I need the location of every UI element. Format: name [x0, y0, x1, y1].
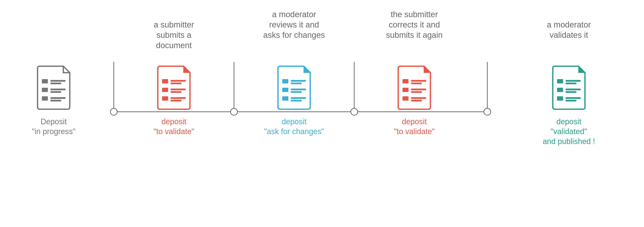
svg-rect-37	[566, 80, 581, 82]
step5-top-label: a moderator	[547, 20, 591, 29]
svg-rect-38	[566, 83, 576, 84]
flow-diagram: .svg-text { font-family: Arial, sans-ser…	[11, 0, 633, 226]
svg-rect-26	[291, 100, 302, 101]
svg-rect-19	[291, 80, 306, 82]
step3-bottom-label: deposit	[282, 117, 306, 126]
step5-bottom-label2: "validated"	[550, 127, 587, 136]
svg-rect-6	[42, 96, 48, 101]
svg-rect-14	[171, 91, 182, 93]
step5-top-label2: validates it	[550, 31, 588, 40]
svg-rect-11	[171, 83, 182, 84]
svg-rect-30	[402, 88, 408, 92]
svg-rect-42	[557, 96, 563, 101]
diagram-container: .svg-text { font-family: Arial, sans-ser…	[0, 0, 644, 227]
svg-rect-35	[411, 100, 422, 101]
svg-rect-20	[291, 83, 302, 84]
step2-top-label: a submitter	[154, 20, 194, 29]
step4-bottom-label2: "to validate"	[394, 127, 435, 136]
doc5-icon	[553, 66, 585, 109]
svg-rect-22	[291, 89, 306, 90]
svg-rect-4	[50, 89, 66, 90]
step4-bottom-label: deposit	[402, 117, 427, 126]
step1-bottom-label: Deposit	[40, 117, 67, 126]
doc3-icon	[278, 66, 310, 109]
svg-rect-10	[171, 80, 186, 82]
step5-bottom-label3: and published !	[543, 137, 595, 146]
step3-top-label: a moderator	[272, 10, 316, 19]
svg-rect-29	[411, 83, 422, 84]
step4-top-label: the submitter	[391, 10, 438, 19]
step1-bottom-label2: "in progress"	[32, 127, 76, 136]
svg-rect-7	[50, 97, 66, 99]
step2-top-label3: document	[156, 41, 192, 50]
svg-rect-40	[566, 89, 581, 90]
step4-top-label3: submits it again	[386, 31, 443, 40]
connector4-circle	[484, 108, 491, 115]
svg-rect-9	[162, 79, 168, 83]
step2-bottom-label2: "to validate"	[154, 127, 194, 136]
svg-rect-17	[171, 100, 182, 101]
step4-top-label2: corrects it and	[389, 20, 440, 29]
svg-rect-41	[566, 91, 576, 93]
connector1-circle	[110, 108, 117, 115]
svg-rect-32	[411, 91, 422, 93]
doc1-icon	[38, 66, 70, 109]
svg-rect-8	[50, 100, 61, 101]
svg-rect-25	[291, 97, 306, 99]
svg-rect-13	[171, 89, 186, 90]
step3-bottom-label2: "ask for changes"	[264, 127, 324, 136]
doc4-icon	[398, 66, 430, 109]
connector2-circle	[230, 108, 238, 115]
svg-rect-21	[282, 88, 288, 92]
svg-rect-39	[557, 88, 563, 92]
svg-rect-24	[282, 96, 288, 101]
svg-rect-3	[42, 88, 48, 92]
svg-rect-12	[162, 88, 168, 92]
svg-rect-16	[171, 97, 186, 99]
svg-rect-36	[557, 79, 563, 83]
svg-rect-18	[282, 79, 288, 83]
step5-bottom-label: deposit	[556, 117, 581, 126]
svg-rect-15	[162, 96, 168, 101]
step2-bottom-label: deposit	[162, 117, 186, 126]
svg-rect-34	[411, 97, 426, 99]
step3-top-label3: asks for changes	[263, 31, 325, 40]
svg-rect-2	[50, 83, 61, 84]
svg-rect-27	[402, 79, 408, 83]
svg-rect-23	[291, 91, 302, 93]
svg-rect-43	[566, 97, 581, 99]
svg-rect-0	[42, 79, 48, 83]
svg-rect-31	[411, 89, 426, 90]
svg-rect-28	[411, 80, 426, 82]
connector3-circle	[351, 108, 358, 115]
svg-rect-44	[566, 100, 576, 101]
svg-rect-33	[402, 96, 408, 101]
step3-top-label2: reviews it and	[269, 20, 319, 29]
svg-rect-5	[50, 91, 61, 93]
svg-rect-1	[50, 80, 66, 82]
doc2-icon	[158, 66, 190, 109]
step2-top-label2: submits a	[156, 31, 192, 40]
